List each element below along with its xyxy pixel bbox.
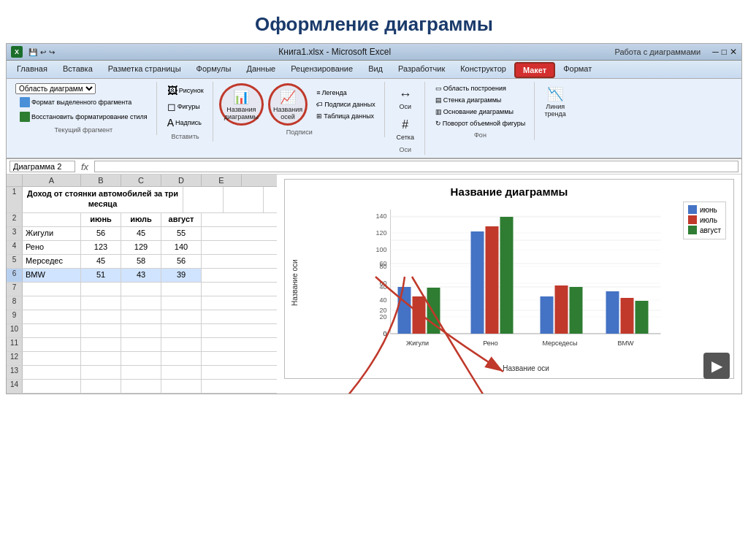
cell-4B[interactable]: 123 [81,241,121,254]
data-labels-icon: 🏷 [316,101,323,108]
area-selector[interactable]: Область диаграммы [15,83,96,94]
picture-icon: 🖼 [167,85,178,96]
tab-konstruktor[interactable]: Конструктор [453,62,514,78]
shapes-label: Фигуры [178,103,200,110]
textbox-button[interactable]: A Надпись [163,115,208,130]
col-header-D[interactable]: D [161,174,202,186]
col-header-A[interactable]: A [23,174,81,186]
col-header-C[interactable]: C [121,174,161,186]
svg-text:Рено: Рено [483,340,498,347]
plot-area-button[interactable]: ▭ Область построения [431,83,530,93]
cell-6D[interactable]: 39 [161,269,202,282]
svg-rect-36 [555,285,568,334]
col-headers: A B C D E [7,174,277,187]
wall-button[interactable]: ▤ Стенка диаграммы [431,95,530,105]
cell-4C[interactable]: 129 [121,241,161,254]
merged-title-cell[interactable]: Доход от стоянки автомобилей за три меся… [23,187,183,212]
maximize-button[interactable]: □ [722,47,727,57]
title-bar-text: Книга1.xlsx - Microsoft Excel [61,47,608,57]
cell-5A[interactable]: Мерседес [23,255,81,268]
svg-text:0: 0 [383,330,386,337]
format-fragment-button[interactable]: Формат выделенного фрагмента [15,96,152,109]
chart-container[interactable]: Название диаграммы Название оси [284,179,734,379]
col-header-E[interactable]: E [202,174,242,186]
grid-button[interactable]: # Сетка [391,114,420,143]
tab-format[interactable]: Формат [556,62,599,78]
chart-title-button[interactable]: 📊 Названиядиаграммы [219,83,264,126]
legend-color-june [688,205,697,214]
rotation-button[interactable]: ↻ Поворот объемной фигуры [431,118,530,129]
name-box[interactable] [9,161,75,172]
cell-3C[interactable]: 45 [121,227,161,240]
tab-vstavka[interactable]: Вставка [56,62,100,78]
col-header-B[interactable]: B [81,174,121,186]
axes-icon: ↔ [397,85,414,103]
minimize-button[interactable]: ─ [712,47,719,57]
cell-3B[interactable]: 56 [81,227,121,240]
cell-5C[interactable]: 58 [121,255,161,268]
format-fragment-label: Формат выделенного фрагмента [31,99,131,106]
tab-recenzirovanie[interactable]: Рецензирование [283,62,360,78]
svg-rect-28 [413,296,426,334]
col-header-rownum [7,174,23,186]
excel-logo: X [11,46,23,58]
cell-4A[interactable]: Рено [23,241,81,254]
cell-5B[interactable]: 45 [81,255,121,268]
data-labels-button[interactable]: 🏷 Подписи данных [312,99,380,110]
tab-dannye[interactable]: Данные [239,62,283,78]
picture-button[interactable]: 🖼 Рисунок [163,83,208,98]
area-selector-row: Область диаграммы [15,83,152,94]
cell-2D[interactable]: август [161,213,202,226]
svg-text:80: 80 [379,263,386,270]
picture-label: Рисунок [179,87,204,94]
cell-5D[interactable]: 56 [161,255,202,268]
base-button[interactable]: ▥ Основание диаграммы [431,107,530,117]
rotation-label: Поворот объемной фигуры [443,120,525,127]
quick-access-undo[interactable]: ↩ [40,48,46,56]
cell-2A[interactable] [23,213,81,226]
cell-6A[interactable]: BMW [23,269,81,282]
table-row: 10 [7,324,277,338]
tab-razmetka[interactable]: Разметка страницы [101,62,188,78]
tab-glavnaya[interactable]: Главная [9,62,55,78]
cell-4D[interactable]: 140 [161,241,202,254]
trendline-button[interactable]: 📉 Линиятренда [541,83,570,120]
svg-text:140: 140 [375,212,386,220]
ribbon-group-insert: 🖼 Рисунок ◻ Фигуры A Надпись Вставить [159,82,213,142]
ribbon-group-axes: ↔ Оси # Сетка Оси [386,82,425,155]
svg-rect-31 [471,231,484,334]
table-row: 3 Жигули 56 45 55 [7,227,277,241]
legend-item-june: июнь [688,205,721,214]
tab-vid[interactable]: Вид [361,62,390,78]
quick-access-redo[interactable]: ↪ [49,48,55,56]
axes-button[interactable]: ↔ Оси [391,83,420,112]
cell-2C[interactable]: июль [121,213,161,226]
axis-title-button[interactable]: 📈 Названияосей [268,83,308,126]
svg-rect-40 [621,298,634,334]
tab-razrabotchik[interactable]: Разработчик [391,62,452,78]
restore-icon [20,112,30,122]
cell-1B[interactable] [183,187,224,212]
data-table-button[interactable]: ⊞ Таблица данных [312,111,380,121]
quick-access-save[interactable]: 💾 [28,48,37,56]
cell-1C[interactable] [224,187,264,212]
cell-3D[interactable]: 55 [161,227,202,240]
tab-maket[interactable]: Макет [514,62,555,78]
chart-area: Название диаграммы Название оси [277,174,741,394]
ribbon-group-trendline: 📉 Линиятренда [536,82,574,121]
cell-2B[interactable]: июнь [81,213,121,226]
formula-input[interactable] [94,161,739,172]
cell-6C[interactable]: 43 [121,269,161,282]
close-button[interactable]: ✕ [730,47,737,57]
shapes-button[interactable]: ◻ Фигуры [163,99,208,114]
restore-style-button[interactable]: Восстановить форматирование стиля [15,110,152,123]
tab-formuly[interactable]: Формулы [189,62,239,78]
cell-3A[interactable]: Жигули [23,227,81,240]
svg-rect-35 [541,296,554,334]
legend-button[interactable]: ≡ Легенда [312,88,380,98]
format-icon [20,97,30,107]
cell-6B[interactable]: 51 [81,269,121,282]
restore-label: Восстановить форматирование стиля [31,113,148,120]
table-row: 11 [7,338,277,352]
next-slide-button[interactable]: ▶ [703,353,730,379]
